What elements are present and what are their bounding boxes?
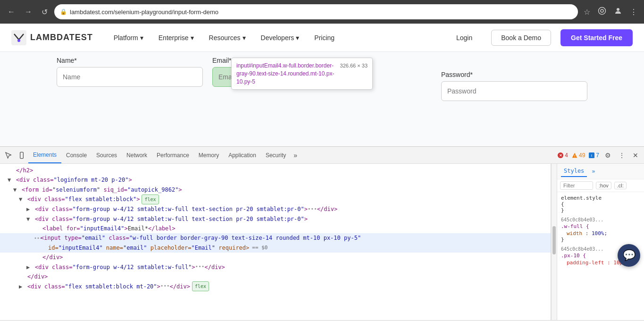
name-input[interactable] [57,67,203,87]
password-label-right: Password* [441,71,587,78]
filter-bar: :hov .cl: [557,179,644,192]
forward-button[interactable]: → [22,6,35,18]
tab-security[interactable]: Security [261,147,291,163]
svg-text:✕: ✕ [559,153,562,158]
devtools-tabs: Elements Console Sources Network Perform… [0,147,644,164]
extensions-button[interactable] [596,5,608,19]
code-line-selected: ••• <input type="email" class="w-full bo… [0,233,551,243]
code-line: ▼ <div class="loginform mt-20 p-20"> [0,175,551,185]
browser-chrome: ← → ↺ 🔒 lambdatest.com/selenium-playgrou… [0,0,644,24]
logo-icon [11,30,26,45]
code-line: </h2> [0,166,551,175]
chevron-down-icon: ▾ [140,34,143,42]
device-mode-button[interactable] [15,149,28,162]
devtools-menu-button[interactable]: ⋮ [617,150,627,161]
dom-zero-marker: == $0 [252,244,268,253]
devtools-panel: Elements Console Sources Network Perform… [0,146,644,321]
nav-developers[interactable]: Developers ▾ [254,30,306,45]
page-content: input#inputEmail4.w-full.border.border-g… [0,52,644,146]
style-rule-wfull: 645c0c8b4e03... .w-full { width : 100%; … [561,217,640,243]
code-line: <label for="inputEmail4">Email*</label> [0,224,551,233]
code-line: ▼ <div class="form-group w-4/12 smtablet… [0,214,551,224]
flex-badge: flex [142,194,159,204]
chevron-down-icon: ▾ [296,34,299,42]
svg-rect-5 [20,152,24,158]
svg-rect-3 [11,30,26,45]
site-nav: Platform ▾ Enterprise ▾ Resources ▾ Deve… [107,30,341,45]
star-button[interactable]: ☆ [582,6,592,18]
login-button[interactable]: Login [447,30,482,45]
tab-memory[interactable]: Memory [194,147,224,163]
cls-button[interactable]: .cl: [614,182,627,189]
nav-pricing[interactable]: Pricing [308,30,341,45]
code-line: </div> [0,253,551,262]
browser-menu-button[interactable]: ⋮ [628,6,639,18]
back-button[interactable]: ← [5,6,18,18]
address-bar[interactable]: 🔒 lambdatest.com/selenium-playground/inp… [54,4,578,19]
tooltip-dimensions: 326.66 × 33 [340,63,368,68]
chat-bubble[interactable]: 💬 [618,244,640,267]
tab-performance[interactable]: Performance [152,147,194,163]
reload-button[interactable]: ↺ [39,6,50,18]
svg-point-2 [617,8,619,11]
inspect-element-button[interactable] [2,149,15,162]
error-badge: ✕ 4 [558,152,568,159]
logo-text: LAMBDATEST [30,33,93,42]
info-badge: i 7 [589,152,599,159]
code-line: </div> [0,272,551,281]
code-line: ▶ <div class="flex smtablet:block mt-20"… [0,281,551,291]
nav-resources[interactable]: Resources ▾ [202,30,252,45]
code-panel[interactable]: </h2> ▼ <div class="loginform mt-20 p-20… [0,164,551,320]
scrollbar-thumb[interactable] [552,226,556,254]
code-line: ▼ <form id="seleniumform" siq_id="autopi… [0,185,551,194]
devtools-body: </h2> ▼ <div class="loginform mt-20 p-20… [0,164,644,320]
code-line: ▼ <div class="flex smtablet:block"> flex [0,194,551,204]
nav-enterprise[interactable]: Enterprise ▾ [152,30,201,45]
svg-text:!: ! [574,154,575,157]
password-input-right[interactable] [441,81,587,101]
devtools-close-button[interactable]: ✕ [631,150,640,161]
chevron-down-icon: ▾ [191,34,194,42]
get-started-button[interactable]: Get Started Free [560,29,633,46]
nav-platform[interactable]: Platform ▾ [107,30,150,45]
svg-point-4 [17,39,20,42]
tab-console[interactable]: Console [61,147,92,163]
chat-icon: 💬 [623,249,636,262]
element-tooltip: input#inputEmail4.w-full.border.border-g… [231,58,373,90]
book-demo-button[interactable]: Book a Demo [491,30,551,46]
chevron-down-icon: ▾ [243,34,246,42]
logo[interactable]: LAMBDATEST [11,30,93,45]
devtools-scrollbar[interactable] [551,164,557,320]
tab-elements[interactable]: Elements [28,147,61,163]
lock-icon: 🔒 [60,8,67,15]
name-label: Name* [57,57,203,64]
site-header: LAMBDATEST Platform ▾ Enterprise ▾ Resou… [0,24,644,52]
styles-panel-header: Styles » [557,164,644,179]
flex-badge-2: flex [192,281,209,291]
name-field-group: Name* [57,57,203,87]
code-line-selected-cont: id="inputEmail4" name="email" placeholde… [0,243,551,253]
code-line: ▶ <div class="form-group w-4/12 smtablet… [0,262,551,272]
svg-point-0 [599,8,606,15]
style-rule-element: element.style { } [561,195,640,213]
styles-panel: Styles » :hov .cl: element.style { } 645… [557,164,644,320]
code-line: ▶ <div class="form-group w-4/12 smtablet… [0,204,551,214]
tab-sources[interactable]: Sources [92,147,122,163]
styles-more-button[interactable]: » [589,166,598,177]
hov-button[interactable]: :hov [596,182,611,189]
svg-point-1 [601,9,603,12]
warning-badge: ! 49 [572,152,585,159]
right-form-section: Password* [441,52,587,146]
styles-tab[interactable]: Styles [561,166,587,177]
filter-input[interactable] [560,181,593,190]
profile-button[interactable] [612,5,624,19]
tab-network[interactable]: Network [122,147,152,163]
tab-application[interactable]: Application [224,147,261,163]
tabs-more-button[interactable]: » [291,150,300,161]
password-field-group-right: Password* [441,71,587,101]
devtools-status: ✕ 4 ! 49 i 7 ⚙ ⋮ ✕ [558,150,642,161]
svg-text:i: i [591,154,592,157]
address-text: lambdatest.com/selenium-playground/input… [70,8,218,16]
devtools-settings-button[interactable]: ⚙ [603,150,613,161]
tooltip-selector-text: input#inputEmail4.w-full.border.border-g… [236,62,336,85]
